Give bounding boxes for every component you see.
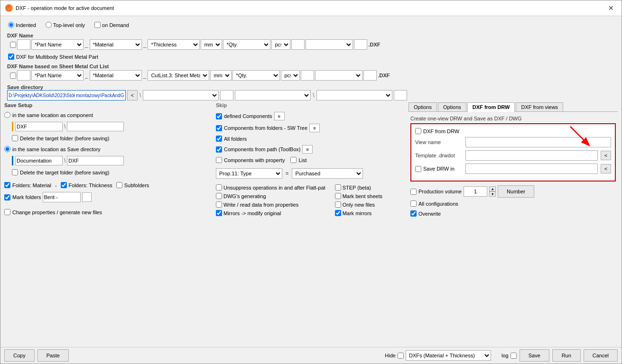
close-button[interactable]: ✕ bbox=[605, 3, 617, 13]
skip-cb-1[interactable] bbox=[216, 113, 222, 119]
skip-cb-4[interactable] bbox=[216, 146, 222, 153]
save-drw-opt[interactable]: Save DRW in bbox=[415, 166, 463, 172]
skip-list-btn-2[interactable]: ≡ bbox=[309, 124, 320, 132]
folders-thickness-opt[interactable]: Folders: Thickness bbox=[61, 182, 112, 188]
save-drw-cb[interactable] bbox=[415, 166, 421, 172]
toplevel-option[interactable]: Top-level only bbox=[46, 22, 85, 28]
dxf-folder-input2[interactable] bbox=[67, 156, 124, 165]
cutlist-checkbox[interactable] bbox=[10, 73, 16, 79]
cancel-button[interactable]: Cancel bbox=[584, 349, 618, 362]
purchased-select[interactable]: Purchased bbox=[292, 168, 363, 179]
qty-input[interactable] bbox=[291, 39, 305, 50]
skip-list-cb[interactable] bbox=[290, 157, 297, 163]
spin-down-btn[interactable]: ▼ bbox=[489, 191, 496, 197]
run-button[interactable]: Run bbox=[552, 349, 581, 362]
option1-radio[interactable] bbox=[4, 112, 10, 118]
mirrors-cb[interactable] bbox=[216, 210, 222, 216]
subfolders-cb[interactable] bbox=[116, 182, 122, 188]
cl-extra-input[interactable] bbox=[363, 70, 377, 81]
only-new-opt[interactable]: Only new files bbox=[335, 201, 382, 208]
log-opt[interactable]: log bbox=[501, 353, 517, 359]
skip-list-btn-4[interactable]: ≡ bbox=[302, 145, 313, 154]
prod-volume-cb[interactable] bbox=[410, 189, 417, 195]
template-browse-btn[interactable]: < bbox=[601, 151, 611, 160]
spin-up-btn[interactable]: ▲ bbox=[489, 186, 496, 191]
log-cb[interactable] bbox=[511, 353, 517, 359]
save-drw-input[interactable] bbox=[465, 164, 598, 174]
all-configs-opt[interactable]: All configurations bbox=[410, 200, 616, 207]
tab-options2[interactable]: Options bbox=[438, 102, 466, 111]
dxf-name-checkbox[interactable] bbox=[10, 42, 16, 48]
all-configs-cb[interactable] bbox=[410, 200, 417, 207]
multibody-option[interactable]: DXF for Multibody Sheet Metal Part bbox=[8, 54, 614, 60]
step-cb[interactable] bbox=[335, 184, 341, 191]
folders-thickness-cb[interactable] bbox=[61, 182, 67, 188]
delete-option2[interactable]: Delete the target folder (before saving) bbox=[12, 169, 213, 175]
number-btn[interactable]: Number bbox=[498, 185, 534, 198]
overwrite-cb[interactable] bbox=[410, 210, 417, 217]
cl-qty-input[interactable] bbox=[301, 70, 314, 81]
extra-select1[interactable] bbox=[306, 39, 353, 50]
skip-cb-3[interactable] bbox=[216, 136, 222, 142]
part-name-select[interactable]: *Part Name bbox=[31, 39, 84, 50]
hide-select[interactable]: DXFs (Material + Thickness) bbox=[406, 350, 491, 361]
save-button[interactable]: Save bbox=[520, 349, 549, 362]
mark-color-box[interactable] bbox=[82, 192, 92, 202]
cutlist-prefix-input[interactable] bbox=[17, 70, 30, 81]
tab-dxf-drw[interactable]: DXF from DRW bbox=[467, 102, 515, 112]
skip-cb-5[interactable] bbox=[216, 157, 222, 163]
cl-mm-select[interactable]: mm bbox=[210, 70, 232, 81]
mark-mirrors-opt[interactable]: Mark mirrors bbox=[335, 210, 382, 216]
dir-select2[interactable] bbox=[235, 90, 311, 100]
dir-select1[interactable] bbox=[143, 90, 219, 100]
skip-cb-2[interactable] bbox=[216, 125, 222, 131]
cl-qty-select[interactable]: *Qty. bbox=[232, 70, 280, 81]
template-input[interactable] bbox=[465, 150, 598, 161]
mark-folders-cb[interactable] bbox=[4, 194, 10, 200]
paste-button[interactable]: Paste bbox=[37, 349, 69, 362]
mark-folders-opt[interactable]: Mark folders bbox=[4, 194, 41, 200]
dir-extra1[interactable] bbox=[220, 90, 233, 100]
save-dir-input[interactable] bbox=[7, 90, 126, 100]
sub-folder-input[interactable] bbox=[67, 122, 124, 131]
write-read-opt[interactable]: Write / read data from properties bbox=[216, 201, 325, 208]
ondemand-checkbox[interactable] bbox=[94, 22, 101, 28]
extra-input1[interactable] bbox=[354, 39, 367, 50]
dir-back-button[interactable]: < bbox=[127, 90, 138, 100]
prod-volume-opt[interactable]: Production volume bbox=[410, 189, 462, 195]
overwrite-opt[interactable]: Overwrite bbox=[410, 210, 616, 217]
ondemand-option[interactable]: on Demand bbox=[94, 22, 129, 28]
delete-checkbox2[interactable] bbox=[12, 169, 18, 175]
unsuppress-opt[interactable]: Unsuppress operations in and after Flatt… bbox=[216, 184, 325, 191]
dxf-prefix-input[interactable] bbox=[17, 39, 30, 50]
tab-dxf-views[interactable]: DXF from views bbox=[516, 102, 563, 111]
delete-checkbox1[interactable] bbox=[12, 135, 18, 141]
delete-option1[interactable]: Delete the target folder (before saving) bbox=[12, 135, 213, 141]
dxf-drw-checkbox[interactable] bbox=[415, 128, 421, 134]
skip-list-btn-1[interactable]: ≡ bbox=[274, 112, 285, 120]
change-props-opt[interactable]: Change properties / generate new files bbox=[4, 209, 213, 215]
thickness-select[interactable]: *Thickness bbox=[148, 39, 200, 50]
change-props-cb[interactable] bbox=[4, 209, 10, 215]
mm-select[interactable]: mm bbox=[201, 39, 222, 50]
indented-option[interactable]: Indented bbox=[8, 22, 36, 28]
cl-pcs-select[interactable]: pcs bbox=[281, 70, 300, 81]
material-select[interactable]: *Material bbox=[90, 39, 142, 50]
only-new-cb[interactable] bbox=[335, 201, 341, 208]
mark-input[interactable] bbox=[43, 192, 81, 202]
mark-mirrors-cb[interactable] bbox=[335, 210, 341, 216]
prod-volume-spinner[interactable]: ▲ ▼ bbox=[489, 186, 496, 197]
pcs-select[interactable]: pcs bbox=[271, 39, 290, 50]
mark-bent-cb[interactable] bbox=[335, 193, 341, 199]
mirrors-opt[interactable]: Mirrors -> modify original bbox=[216, 210, 325, 216]
prop-select[interactable]: Prop.11: Type bbox=[216, 168, 282, 179]
option2-radio[interactable] bbox=[4, 146, 10, 152]
cl-material-select[interactable]: *Material bbox=[90, 70, 142, 81]
multibody-checkbox[interactable] bbox=[8, 54, 14, 60]
cl-part-select[interactable]: *Part Name bbox=[31, 70, 84, 81]
subfolders-opt[interactable]: Subfolders bbox=[116, 182, 149, 188]
dwg-gen-opt[interactable]: DWG's generating bbox=[216, 193, 325, 199]
indented-radio[interactable] bbox=[8, 22, 14, 28]
save-drw-browse-btn[interactable]: < bbox=[601, 164, 611, 173]
hide-checkbox[interactable] bbox=[398, 353, 404, 359]
